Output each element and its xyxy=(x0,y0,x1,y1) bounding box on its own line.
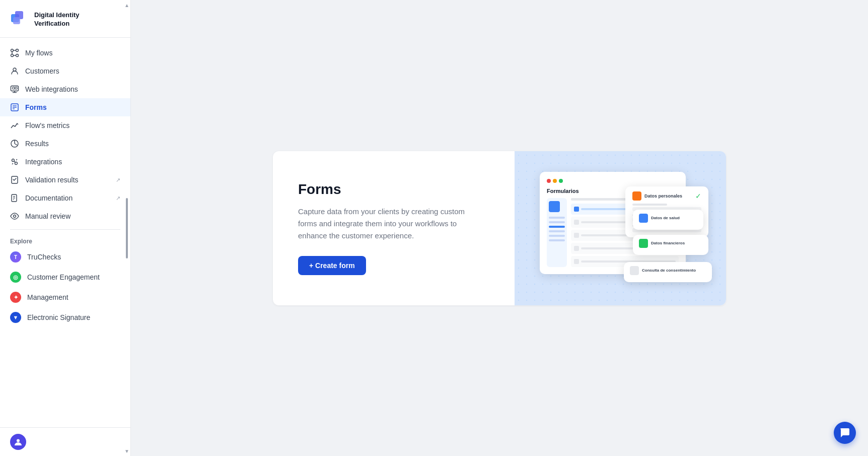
mock-sidebar-logo xyxy=(549,201,560,212)
mock-line-1 xyxy=(549,217,565,219)
sidebar-item-flows-metrics[interactable]: Flow's metrics xyxy=(0,116,130,135)
results-icon xyxy=(10,139,19,148)
nav-divider xyxy=(10,229,120,230)
sidebar-label-flows-metrics: Flow's metrics xyxy=(25,121,69,129)
mock-line-active xyxy=(549,226,565,228)
datos-personales-icon xyxy=(632,191,641,201)
sidebar-item-validation-results[interactable]: Validation results ↗ xyxy=(0,171,130,189)
sidebar: Digital Identity Verification My flows C… xyxy=(0,0,131,456)
flows-icon xyxy=(10,48,19,57)
sidebar-item-documentation[interactable]: Documentation ↗ xyxy=(0,189,130,207)
sidebar-label-customer-engagement: Customer Engagement xyxy=(27,273,100,281)
sidebar-nav: My flows Customers Web integrations Form… xyxy=(0,38,130,427)
sidebar-label-validation-results: Validation results xyxy=(25,176,79,184)
field-label-1 xyxy=(632,204,667,206)
svg-line-25 xyxy=(14,161,15,162)
create-form-button[interactable]: + Create form xyxy=(298,256,366,275)
validation-icon xyxy=(10,175,19,184)
sidebar-item-customers[interactable]: Customers xyxy=(0,62,130,80)
svg-point-6 xyxy=(16,54,19,57)
truchecks-icon: T xyxy=(10,251,21,263)
mock-card-datos-financieros: Datos financieros xyxy=(633,235,708,255)
sidebar-item-customer-engagement[interactable]: ◎ Customer Engagement xyxy=(0,267,130,287)
sidebar-item-truchecks[interactable]: T TruChecks xyxy=(0,247,130,267)
sidebar-item-electronic-signature[interactable]: ▼ Electronic Signature xyxy=(0,307,130,328)
svg-point-24 xyxy=(15,162,18,165)
mock-card-header-1: Datos personales ✓ xyxy=(632,191,701,201)
sidebar-label-truchecks: TruChecks xyxy=(27,253,61,261)
sidebar-label-my-flows: My flows xyxy=(25,49,52,57)
sidebar-item-results[interactable]: Results xyxy=(0,135,130,153)
mock-line-2 xyxy=(549,221,565,223)
consulta-icon xyxy=(630,266,639,275)
brand-name-line2: Verification xyxy=(34,20,80,28)
customer-engagement-icon: ◎ xyxy=(10,272,21,283)
scroll-thumb xyxy=(126,198,128,258)
sidebar-item-web-integrations[interactable]: Web integrations xyxy=(0,80,130,98)
forms-title: Forms xyxy=(298,181,489,198)
mock-card-consulta: Consulta de consentimiento xyxy=(624,262,712,282)
svg-line-22 xyxy=(15,144,17,145)
scroll-down-arrow[interactable]: ▼ xyxy=(124,448,130,454)
dot-green xyxy=(559,179,563,183)
mock-line-3 xyxy=(549,230,565,232)
mock-card-header-4: Consulta de consentimiento xyxy=(630,266,706,275)
svg-point-3 xyxy=(11,49,14,52)
checkmark-icon: ✓ xyxy=(695,192,701,200)
metrics-icon xyxy=(10,121,19,130)
forms-icon xyxy=(10,103,19,112)
explore-label: Explore xyxy=(0,234,130,247)
main-content: Forms Capture data from your clients by … xyxy=(131,0,868,456)
svg-rect-2 xyxy=(13,17,20,24)
svg-point-23 xyxy=(12,159,15,162)
avatar[interactable] xyxy=(10,434,26,450)
logo-icon xyxy=(10,10,29,29)
sidebar-label-web-integrations: Web integrations xyxy=(25,85,78,93)
sidebar-item-my-flows[interactable]: My flows xyxy=(0,44,130,62)
dot-yellow xyxy=(553,179,557,183)
svg-point-33 xyxy=(14,215,16,218)
consulta-label: Consulta de consentimiento xyxy=(642,268,696,273)
sidebar-bottom xyxy=(0,427,130,456)
mock-sidebar xyxy=(547,198,567,267)
scroll-up-arrow[interactable]: ▲ xyxy=(124,2,130,8)
mock-card-header-2: Datos de salud xyxy=(639,214,697,223)
sidebar-label-integrations: Integrations xyxy=(25,158,62,166)
svg-point-4 xyxy=(16,49,19,52)
mock-card-header-3: Datos financieros xyxy=(639,239,702,248)
external-link-icon-validation: ↗ xyxy=(116,177,120,183)
forms-card: Forms Capture data from your clients by … xyxy=(273,151,726,305)
plug-icon xyxy=(10,157,19,166)
datos-salud-icon xyxy=(639,214,648,223)
doc-icon xyxy=(10,193,19,203)
datos-salud-label: Datos de salud xyxy=(651,216,680,220)
sidebar-label-forms: Forms xyxy=(25,103,47,111)
sidebar-item-manual-review[interactable]: Manual review xyxy=(0,207,130,225)
forms-content-left: Forms Capture data from your clients by … xyxy=(273,151,515,305)
sidebar-label-documentation: Documentation xyxy=(25,194,73,202)
svg-point-34 xyxy=(17,439,20,442)
electronic-signature-icon: ▼ xyxy=(10,312,21,323)
forms-description: Capture data from your clients by creati… xyxy=(298,206,469,242)
management-icon: ✦ xyxy=(10,292,21,303)
customers-icon xyxy=(10,67,19,76)
sidebar-item-integrations[interactable]: Integrations xyxy=(0,153,130,171)
svg-rect-13 xyxy=(15,87,17,89)
scroll-indicator: ▲ ▼ xyxy=(125,0,128,456)
sidebar-item-forms[interactable]: Forms xyxy=(0,98,130,116)
window-dots xyxy=(547,179,679,183)
forms-illustration: Formularios xyxy=(515,151,726,305)
datos-financieros-label: Datos financieros xyxy=(651,241,685,245)
svg-line-26 xyxy=(12,163,13,164)
external-link-icon-docs: ↗ xyxy=(116,195,120,202)
sidebar-label-electronic-signature: Electronic Signature xyxy=(27,313,90,321)
svg-point-10 xyxy=(13,68,16,71)
brand-name-line1: Digital Identity xyxy=(34,11,80,20)
svg-rect-12 xyxy=(13,87,15,89)
sidebar-item-management[interactable]: ✦ Management xyxy=(0,287,130,307)
mock-line-5 xyxy=(549,239,565,241)
chat-button[interactable] xyxy=(834,422,856,444)
eye-icon xyxy=(10,212,19,221)
web-integrations-icon xyxy=(10,85,19,94)
datos-personales-label: Datos personales xyxy=(644,193,682,199)
